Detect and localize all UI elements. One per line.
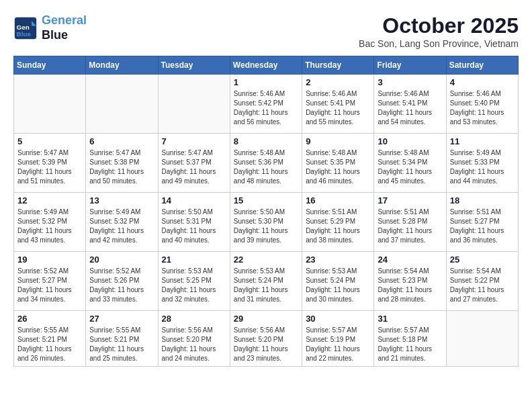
day-info: Sunrise: 5:54 AM Sunset: 5:23 PM Dayligh… [378, 267, 442, 304]
calendar-cell [158, 75, 230, 134]
calendar-table: SundayMondayTuesdayWednesdayThursdayFrid… [13, 56, 519, 367]
calendar-cell: 13Sunrise: 5:49 AM Sunset: 5:32 PM Dayli… [86, 193, 158, 252]
day-number: 22 [234, 255, 298, 265]
day-number: 2 [306, 77, 370, 87]
calendar-cell: 11Sunrise: 5:49 AM Sunset: 5:33 PM Dayli… [446, 134, 518, 193]
day-info: Sunrise: 5:56 AM Sunset: 5:20 PM Dayligh… [162, 326, 226, 363]
calendar-cell: 26Sunrise: 5:55 AM Sunset: 5:21 PM Dayli… [14, 311, 86, 367]
day-info: Sunrise: 5:49 AM Sunset: 5:33 PM Dayligh… [450, 148, 515, 186]
day-number: 9 [306, 136, 370, 146]
day-number: 16 [306, 195, 370, 205]
day-number: 19 [17, 255, 82, 265]
day-info: Sunrise: 5:56 AM Sunset: 5:20 PM Dayligh… [234, 326, 298, 363]
calendar-cell: 31Sunrise: 5:57 AM Sunset: 5:18 PM Dayli… [374, 311, 446, 367]
calendar-week-4: 19Sunrise: 5:52 AM Sunset: 5:27 PM Dayli… [14, 252, 519, 311]
day-info: Sunrise: 5:47 AM Sunset: 5:37 PM Dayligh… [162, 148, 226, 186]
day-number: 10 [378, 136, 442, 146]
day-info: Sunrise: 5:46 AM Sunset: 5:42 PM Dayligh… [234, 89, 298, 127]
calendar-cell: 18Sunrise: 5:51 AM Sunset: 5:27 PM Dayli… [446, 193, 518, 252]
calendar-week-5: 26Sunrise: 5:55 AM Sunset: 5:21 PM Dayli… [14, 311, 519, 367]
calendar-cell: 29Sunrise: 5:56 AM Sunset: 5:20 PM Dayli… [230, 311, 302, 367]
day-info: Sunrise: 5:51 AM Sunset: 5:27 PM Dayligh… [450, 208, 515, 245]
day-number: 8 [234, 136, 298, 146]
weekday-header-saturday: Saturday [446, 56, 518, 75]
calendar-cell: 10Sunrise: 5:48 AM Sunset: 5:34 PM Dayli… [374, 134, 446, 193]
day-info: Sunrise: 5:49 AM Sunset: 5:32 PM Dayligh… [17, 208, 82, 245]
location-subtitle: Bac Son, Lang Son Province, Vietnam [359, 38, 519, 49]
calendar-cell: 17Sunrise: 5:51 AM Sunset: 5:28 PM Dayli… [374, 193, 446, 252]
logo-name: GeneralBlue [42, 13, 87, 42]
day-number: 21 [162, 255, 226, 265]
day-info: Sunrise: 5:51 AM Sunset: 5:29 PM Dayligh… [306, 208, 370, 245]
calendar-cell: 28Sunrise: 5:56 AM Sunset: 5:20 PM Dayli… [158, 311, 230, 367]
day-info: Sunrise: 5:54 AM Sunset: 5:22 PM Dayligh… [450, 267, 515, 304]
day-number: 25 [450, 255, 515, 265]
day-info: Sunrise: 5:53 AM Sunset: 5:25 PM Dayligh… [162, 267, 226, 304]
day-number: 29 [234, 314, 298, 324]
calendar-cell: 1Sunrise: 5:46 AM Sunset: 5:42 PM Daylig… [230, 75, 302, 134]
weekday-header-row: SundayMondayTuesdayWednesdayThursdayFrid… [14, 56, 519, 75]
day-number: 13 [89, 195, 154, 205]
day-number: 11 [450, 136, 515, 146]
day-number: 26 [17, 314, 82, 324]
calendar-cell: 15Sunrise: 5:50 AM Sunset: 5:30 PM Dayli… [230, 193, 302, 252]
calendar-cell: 8Sunrise: 5:48 AM Sunset: 5:36 PM Daylig… [230, 134, 302, 193]
day-info: Sunrise: 5:47 AM Sunset: 5:39 PM Dayligh… [17, 148, 82, 186]
day-info: Sunrise: 5:57 AM Sunset: 5:19 PM Dayligh… [306, 326, 370, 363]
day-number: 15 [234, 195, 298, 205]
day-info: Sunrise: 5:53 AM Sunset: 5:24 PM Dayligh… [306, 267, 370, 304]
day-info: Sunrise: 5:50 AM Sunset: 5:30 PM Dayligh… [234, 208, 298, 245]
calendar-cell: 2Sunrise: 5:46 AM Sunset: 5:41 PM Daylig… [302, 75, 374, 134]
day-number: 20 [89, 255, 154, 265]
calendar-week-2: 5Sunrise: 5:47 AM Sunset: 5:39 PM Daylig… [14, 134, 519, 193]
day-number: 31 [378, 314, 442, 324]
day-info: Sunrise: 5:50 AM Sunset: 5:31 PM Dayligh… [162, 208, 226, 245]
title-block: October 2025 Bac Son, Lang Son Province,… [359, 13, 519, 49]
day-number: 24 [378, 255, 442, 265]
day-number: 3 [378, 77, 442, 87]
svg-text:Blue: Blue [17, 30, 32, 37]
calendar-cell [14, 75, 86, 134]
day-number: 4 [450, 77, 515, 87]
calendar-cell [446, 311, 518, 367]
day-info: Sunrise: 5:55 AM Sunset: 5:21 PM Dayligh… [17, 326, 82, 363]
calendar-cell: 24Sunrise: 5:54 AM Sunset: 5:23 PM Dayli… [374, 252, 446, 311]
weekday-header-wednesday: Wednesday [230, 56, 302, 75]
day-info: Sunrise: 5:48 AM Sunset: 5:34 PM Dayligh… [378, 148, 442, 186]
calendar-week-1: 1Sunrise: 5:46 AM Sunset: 5:42 PM Daylig… [14, 75, 519, 134]
calendar-cell: 19Sunrise: 5:52 AM Sunset: 5:27 PM Dayli… [14, 252, 86, 311]
calendar-cell: 14Sunrise: 5:50 AM Sunset: 5:31 PM Dayli… [158, 193, 230, 252]
calendar-cell [86, 75, 158, 134]
day-number: 7 [162, 136, 226, 146]
day-info: Sunrise: 5:52 AM Sunset: 5:26 PM Dayligh… [89, 267, 154, 304]
day-info: Sunrise: 5:55 AM Sunset: 5:21 PM Dayligh… [89, 326, 154, 363]
day-number: 23 [306, 255, 370, 265]
day-info: Sunrise: 5:46 AM Sunset: 5:40 PM Dayligh… [450, 89, 515, 127]
calendar-week-3: 12Sunrise: 5:49 AM Sunset: 5:32 PM Dayli… [14, 193, 519, 252]
weekday-header-thursday: Thursday [302, 56, 374, 75]
month-title: October 2025 [359, 13, 519, 38]
day-info: Sunrise: 5:53 AM Sunset: 5:24 PM Dayligh… [234, 267, 298, 304]
calendar-cell: 20Sunrise: 5:52 AM Sunset: 5:26 PM Dayli… [86, 252, 158, 311]
page-header: Gen Blue GeneralBlue October 2025 Bac So… [13, 13, 519, 49]
day-info: Sunrise: 5:48 AM Sunset: 5:35 PM Dayligh… [306, 148, 370, 186]
day-number: 27 [89, 314, 154, 324]
day-number: 28 [162, 314, 226, 324]
day-info: Sunrise: 5:52 AM Sunset: 5:27 PM Dayligh… [17, 267, 82, 304]
day-info: Sunrise: 5:46 AM Sunset: 5:41 PM Dayligh… [306, 89, 370, 127]
calendar-cell: 25Sunrise: 5:54 AM Sunset: 5:22 PM Dayli… [446, 252, 518, 311]
day-number: 5 [17, 136, 82, 146]
weekday-header-sunday: Sunday [14, 56, 86, 75]
day-number: 18 [450, 195, 515, 205]
day-info: Sunrise: 5:46 AM Sunset: 5:41 PM Dayligh… [378, 89, 442, 127]
day-number: 17 [378, 195, 442, 205]
day-info: Sunrise: 5:49 AM Sunset: 5:32 PM Dayligh… [89, 208, 154, 245]
logo-icon: Gen Blue [13, 16, 38, 40]
calendar-cell: 23Sunrise: 5:53 AM Sunset: 5:24 PM Dayli… [302, 252, 374, 311]
weekday-header-friday: Friday [374, 56, 446, 75]
weekday-header-monday: Monday [86, 56, 158, 75]
day-number: 1 [234, 77, 298, 87]
day-number: 6 [89, 136, 154, 146]
calendar-cell: 4Sunrise: 5:46 AM Sunset: 5:40 PM Daylig… [446, 75, 518, 134]
calendar-cell: 30Sunrise: 5:57 AM Sunset: 5:19 PM Dayli… [302, 311, 374, 367]
